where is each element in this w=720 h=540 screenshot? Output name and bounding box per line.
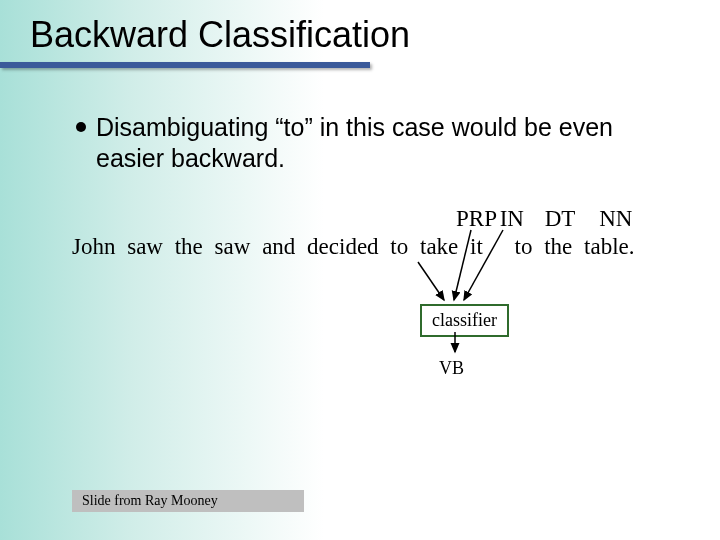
bullet-item: Disambiguating “to” in this case would b…: [76, 112, 680, 175]
credit-bar: Slide from Ray Mooney: [72, 490, 304, 512]
pos-tag-prp: PRP: [456, 206, 497, 232]
credit-text: Slide from Ray Mooney: [82, 493, 218, 509]
pos-row: PRP IN DT NN: [72, 206, 632, 232]
tok-decided: decided: [307, 234, 379, 259]
tok-take: take: [420, 234, 458, 259]
title-underline: [0, 62, 370, 68]
tok-the1: the: [175, 234, 203, 259]
slide: Backward Classification Disambiguating “…: [0, 0, 720, 540]
pos-tag-in: IN: [500, 206, 524, 232]
tok-to1: to: [390, 234, 408, 259]
bullet-text: Disambiguating “to” in this case would b…: [96, 112, 680, 175]
bullet-icon: [76, 122, 86, 132]
tok-to2: to: [515, 234, 533, 259]
tok-john: John: [72, 234, 115, 259]
tok-saw1: saw: [127, 234, 163, 259]
sentence: John saw the saw and decided to take it …: [72, 234, 635, 260]
tok-table: table.: [584, 234, 634, 259]
tok-and: and: [262, 234, 295, 259]
pos-tag-dt: DT: [545, 206, 576, 232]
slide-title: Backward Classification: [30, 14, 410, 56]
output-tag: VB: [439, 358, 464, 379]
tok-saw2: saw: [215, 234, 251, 259]
arrow-take: [418, 262, 444, 300]
diagram: PRP IN DT NN John saw the saw and decide…: [72, 200, 680, 420]
tok-it: it: [470, 234, 483, 259]
tok-the2: the: [544, 234, 572, 259]
classifier-box: classifier: [420, 304, 509, 337]
pos-tag-nn: NN: [599, 206, 632, 232]
